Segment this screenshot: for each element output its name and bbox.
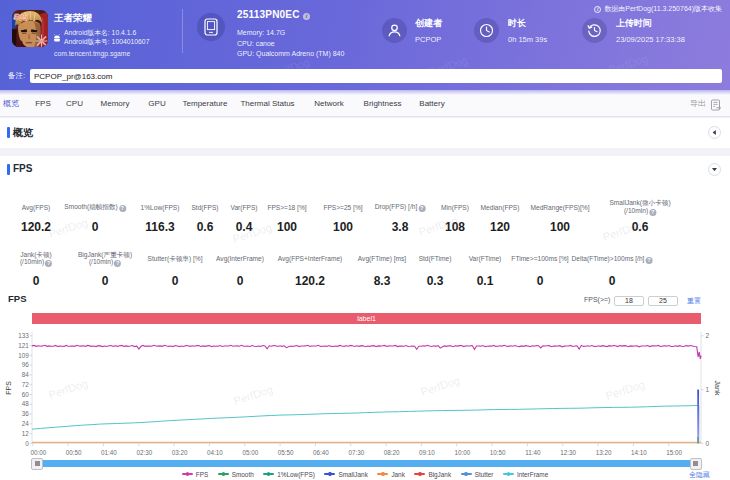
stat-value: 0 — [20, 274, 52, 288]
svg-text:5v5: 5v5 — [14, 12, 28, 22]
nav-tab-概览[interactable]: 概览 — [3, 90, 19, 116]
fps-section-title: FPS — [13, 163, 32, 174]
stat-label: Avg(FPS) — [21, 200, 51, 215]
legend-item-FPS[interactable]: FPS — [182, 471, 208, 478]
stat-label: Avg(InterFrame) — [216, 251, 264, 267]
stat-Avg-FTime-ms-: Avg(FTime) [ms]8.3 — [358, 251, 406, 288]
creator-label: 创建者 — [415, 17, 442, 30]
nav-tabs-bar: 概览FPSCPUMemoryGPUTemperatureThermal Stat… — [0, 90, 730, 117]
person-icon — [387, 23, 402, 38]
legend-label: 1%Low(FPS) — [277, 471, 315, 478]
stat-value: 0 — [216, 274, 264, 288]
legend-label: Jank — [391, 471, 405, 478]
nav-tab-FPS[interactable]: FPS — [35, 90, 51, 116]
series-InterFrame — [32, 405, 699, 442]
app-version-code-value: 1004010607 — [112, 38, 150, 45]
legend-item-SmallJank[interactable]: SmallJank — [324, 471, 367, 478]
legend-item-1%Low(FPS)[interactable]: 1%Low(FPS) — [263, 471, 315, 478]
stat-label: Stutter(卡顿率) [%] — [148, 251, 203, 267]
legend-marker — [377, 472, 388, 476]
app-name: 王者荣耀 — [54, 12, 92, 25]
stat-Var-FPS-: Var(FPS)0.4 — [231, 200, 258, 234]
help-icon[interactable]: ? — [119, 205, 126, 212]
fps-chart[interactable]: 0122436486072849610912113301200:0000:500… — [0, 325, 730, 458]
legend-marker — [503, 472, 514, 476]
legend-item-BigJank[interactable]: BigJank — [414, 471, 451, 478]
fps-accent-bar — [7, 164, 10, 175]
stat-value: 0 — [78, 274, 132, 288]
nav-tab-Memory[interactable]: Memory — [101, 90, 130, 116]
app-package: com.tencent.tmgp.sgame — [54, 50, 130, 57]
help-icon[interactable]: ? — [114, 260, 121, 267]
stat-Std-FPS-: Std(FPS)0.6 — [191, 200, 218, 234]
svg-text:24: 24 — [22, 420, 30, 427]
chart-scrollbar[interactable] — [32, 460, 701, 467]
stat-label: BigJank(严重卡顿)(/10min)? — [78, 251, 132, 267]
stat-FTime>=100ms-%-: FTime>=100ms [%]0 — [511, 251, 568, 288]
overview-collapse-button[interactable] — [708, 126, 721, 139]
stat-value: 0.6 — [609, 220, 670, 234]
svg-text:109: 109 — [18, 352, 29, 359]
svg-text:96: 96 — [22, 361, 30, 368]
remark-input[interactable] — [30, 69, 722, 83]
triangle-left-icon — [711, 129, 718, 136]
stat-Avg-FPS-: Avg(FPS)120.2 — [21, 200, 51, 234]
help-icon[interactable]: ? — [45, 260, 52, 267]
nav-tab-Temperature[interactable]: Temperature — [183, 90, 228, 116]
stat-SmallJank-: SmallJank(微小卡顿)(/10min)?0.6 — [609, 200, 670, 234]
upload-time-label: 上传时间 — [616, 17, 652, 30]
svg-text:0: 0 — [706, 440, 710, 447]
nav-tab-Brightness[interactable]: Brightness — [364, 90, 402, 116]
nav-tab-Battery[interactable]: Battery — [419, 90, 444, 116]
svg-text:Jank: Jank — [714, 381, 721, 396]
nav-tab-Network[interactable]: Network — [314, 90, 343, 116]
svg-text:15:00: 15:00 — [666, 449, 682, 456]
fps-threshold-input-1[interactable] — [614, 296, 644, 306]
stat-MedRange-FPS-%-: MedRange(FPS)[%]100 — [531, 200, 590, 234]
svg-text:36: 36 — [22, 410, 30, 417]
chart-legend: FPSSmooth1%Low(FPS)SmallJankJankBigJankS… — [0, 469, 730, 479]
device-gpu: GPU: Qualcomm Adreno (TM) 840 — [237, 50, 344, 57]
svg-text:10:50: 10:50 — [490, 449, 506, 456]
nav-tab-Thermal Status[interactable]: Thermal Status — [240, 90, 294, 116]
export-icon[interactable] — [710, 97, 722, 115]
nav-tab-GPU[interactable]: GPU — [148, 90, 165, 116]
stat-Avg-InterFrame-: Avg(InterFrame)0 — [216, 251, 264, 288]
scrollbar-left-handle[interactable] — [31, 458, 43, 470]
duration-label: 时长 — [508, 17, 526, 30]
stat-label: Delta(FTime)>100ms [/h]? — [572, 251, 653, 267]
phone-icon — [204, 18, 218, 36]
stat-1%Low-FPS-: 1%Low(FPS)116.3 — [141, 200, 180, 234]
legend-item-InterFrame[interactable]: InterFrame — [503, 471, 548, 478]
svg-text:48: 48 — [22, 400, 30, 407]
legend-item-Jank[interactable]: Jank — [377, 471, 405, 478]
device-info-icon[interactable]: i — [303, 13, 310, 20]
upload-icon-circle — [582, 18, 607, 43]
creator-icon-circle — [382, 18, 407, 43]
legend-item-Smooth[interactable]: Smooth — [218, 471, 254, 478]
stat-label: Min(FPS) — [441, 200, 469, 215]
reset-link[interactable]: 重置 — [687, 296, 701, 306]
header-divider — [182, 9, 183, 53]
svg-text:03:20: 03:20 — [172, 449, 188, 456]
series-FPS — [32, 345, 701, 359]
stat-Jank-: Jank(卡顿)(/10min)?0 — [20, 251, 52, 288]
stat-label: Smooth(稳帧指数)? — [64, 200, 126, 215]
help-icon[interactable]: ? — [418, 205, 425, 212]
stat-Avg-FPS-InterFrame-: Avg(FPS+InterFrame)120.2 — [278, 251, 343, 288]
svg-text:09:10: 09:10 — [419, 449, 435, 456]
scrollbar-right-handle[interactable] — [690, 458, 702, 470]
fps-threshold-input-2[interactable] — [648, 296, 678, 306]
stat-value: 0.6 — [191, 220, 218, 234]
fps-collapse-button[interactable] — [708, 163, 721, 176]
stat-label: MedRange(FPS)[%] — [531, 200, 590, 215]
legend-label: Stutter — [475, 471, 494, 478]
legend-item-Stutter[interactable]: Stutter — [461, 471, 494, 478]
app-version-name-value: 10.4.1.6 — [112, 29, 137, 36]
hide-all-link[interactable]: 全隐藏 — [689, 470, 710, 480]
legend-label: BigJank — [428, 471, 451, 478]
help-icon[interactable]: ? — [649, 209, 656, 216]
help-icon[interactable]: ? — [645, 257, 652, 264]
nav-tab-CPU[interactable]: CPU — [66, 90, 83, 116]
export-button[interactable]: 导出 — [690, 90, 706, 116]
